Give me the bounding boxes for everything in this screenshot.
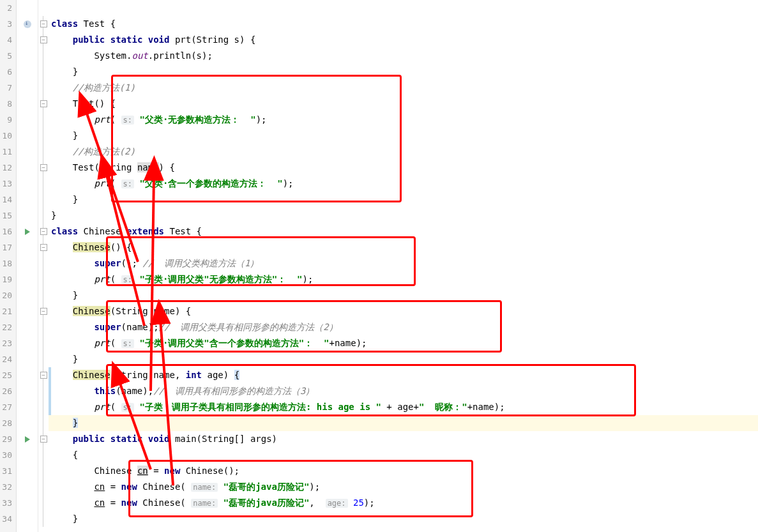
- code-line[interactable]: prt( s: "子类·调用父类"含一个参数的构造方法"： "+name);: [49, 335, 758, 351]
- code-line[interactable]: class Test {: [49, 16, 758, 32]
- line-number: 32: [0, 479, 12, 495]
- line-number: 34: [0, 511, 12, 527]
- code-line-current[interactable]: }: [49, 415, 758, 431]
- fold-toggle-icon[interactable]: −: [40, 20, 47, 27]
- code-line[interactable]: [49, 0, 758, 16]
- line-number: 4: [0, 32, 12, 48]
- fold-toggle-icon[interactable]: −: [40, 244, 47, 251]
- line-number: 16: [0, 224, 12, 239]
- code-line[interactable]: this(name);// 调用具有相同形参的构造方法（3）: [49, 383, 758, 399]
- code-line[interactable]: super(name);// 调用父类具有相同形参的构造方法（2）: [49, 319, 758, 335]
- code-line[interactable]: public static void main(String[] args): [49, 431, 758, 447]
- code-line[interactable]: //构造方法(1): [49, 80, 758, 96]
- code-line[interactable]: prt( s: "父类·无参数构造方法： ");: [49, 112, 758, 128]
- code-line[interactable]: prt( s: "父类·含一个参数的构造方法： ");: [49, 176, 758, 192]
- fold-toggle-icon[interactable]: −: [40, 36, 47, 43]
- line-number: 15: [0, 208, 12, 224]
- code-line[interactable]: Chinese(String name, int age) {: [49, 367, 758, 383]
- fold-gutter: − − − − − − − − −: [38, 0, 49, 532]
- run-icon[interactable]: [25, 436, 30, 443]
- line-number: 24: [0, 351, 12, 367]
- code-line[interactable]: }: [49, 511, 758, 527]
- code-line[interactable]: Chinese cn = new Chinese();: [49, 463, 758, 479]
- code-line[interactable]: cn = new Chinese( name: "磊哥的java历险记");: [49, 479, 758, 495]
- code-line[interactable]: super(); // 调用父类构造方法（1）: [49, 255, 758, 271]
- line-number: 11: [0, 144, 12, 160]
- line-number: 3: [0, 16, 12, 32]
- line-number: 20: [0, 287, 12, 303]
- code-line[interactable]: Chinese() {: [49, 239, 758, 255]
- line-number: 6: [0, 64, 12, 80]
- code-line[interactable]: {: [49, 447, 758, 463]
- code-line[interactable]: cn = new Chinese( name: "磊哥的java历险记", ag…: [49, 495, 758, 511]
- line-number: 14: [0, 192, 12, 208]
- code-line[interactable]: class Chinese extends Test {: [49, 224, 758, 239]
- code-line[interactable]: public static void prt(String s) {: [49, 32, 758, 48]
- code-line[interactable]: prt( s: "子类·调用父类"无参数构造方法"： ");: [49, 271, 758, 287]
- code-line[interactable]: }: [49, 287, 758, 303]
- line-number: 12: [0, 160, 12, 176]
- line-number: 31: [0, 463, 12, 479]
- fold-toggle-icon[interactable]: −: [40, 308, 47, 315]
- run-icon[interactable]: [25, 229, 30, 235]
- line-number: 33: [0, 495, 12, 511]
- line-number: 13: [0, 176, 12, 192]
- fold-toggle-icon[interactable]: −: [40, 164, 47, 171]
- line-number: 10: [0, 128, 12, 144]
- code-text-area[interactable]: class Test { public static void prt(Stri…: [49, 0, 758, 532]
- line-number: 18: [0, 255, 12, 271]
- line-number: 28: [0, 415, 12, 431]
- line-number: 17: [0, 239, 12, 255]
- line-number: 19: [0, 271, 12, 287]
- line-number: 27: [0, 399, 12, 415]
- line-number: 22: [0, 319, 12, 335]
- code-line[interactable]: System.out.println(s);: [49, 48, 758, 64]
- line-number: 25: [0, 367, 12, 383]
- code-line[interactable]: }: [49, 64, 758, 80]
- line-number: 2: [0, 0, 12, 16]
- code-line[interactable]: //构造方法(2): [49, 144, 758, 160]
- line-number: 9: [0, 112, 12, 128]
- line-number: 21: [0, 303, 12, 319]
- code-line[interactable]: Test() {: [49, 96, 758, 112]
- code-line[interactable]: Test(String name) {: [49, 160, 758, 176]
- fold-toggle-icon[interactable]: −: [40, 100, 47, 107]
- code-editor[interactable]: 2 3 4 5 6 7 8 9 10 11 12 13 14 15 16 17 …: [0, 0, 758, 532]
- line-number: 7: [0, 80, 12, 96]
- code-line[interactable]: }: [49, 192, 758, 208]
- line-number: 26: [0, 383, 12, 399]
- line-number: 8: [0, 96, 12, 112]
- fold-toggle-icon[interactable]: −: [40, 228, 47, 235]
- implements-icon[interactable]: [24, 20, 31, 28]
- icon-gutter: [17, 0, 38, 532]
- line-number: 29: [0, 431, 12, 447]
- fold-toggle-icon[interactable]: −: [40, 372, 47, 379]
- line-number: 23: [0, 335, 12, 351]
- code-line[interactable]: }: [49, 208, 758, 224]
- code-line[interactable]: }: [49, 128, 758, 144]
- code-line[interactable]: }: [49, 351, 758, 367]
- line-number: 5: [0, 48, 12, 64]
- fold-toggle-icon[interactable]: −: [40, 436, 47, 443]
- code-line[interactable]: prt( s: "子类：调用子类具有相同形参的构造方法: his age is …: [49, 399, 758, 415]
- line-number: 30: [0, 447, 12, 463]
- code-line[interactable]: Chinese(String name) {: [49, 303, 758, 319]
- line-number-gutter: 2 3 4 5 6 7 8 9 10 11 12 13 14 15 16 17 …: [0, 0, 17, 532]
